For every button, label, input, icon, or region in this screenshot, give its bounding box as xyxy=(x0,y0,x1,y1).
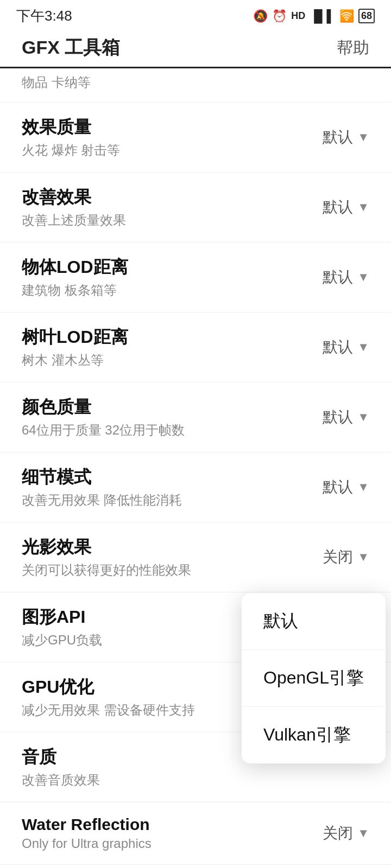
battery-icon: 68 xyxy=(358,9,375,23)
wifi-icon: 🛜 xyxy=(339,9,354,23)
setting-value-foliage-lod: 默认 xyxy=(323,337,353,358)
alarm-icon: ⏰ xyxy=(272,9,287,23)
dropdown-item-opengl[interactable]: OpenGL引擎 xyxy=(242,650,386,707)
mute-icon: 🔕 xyxy=(253,9,268,23)
setting-subtitle-detail-mode: 改善无用效果 降低性能消耗 xyxy=(22,492,304,509)
setting-object-lod[interactable]: 物体LOD距离 建筑物 板条箱等 默认 ▼ xyxy=(0,242,391,312)
setting-subtitle-improve-effect: 改善上述质量效果 xyxy=(22,212,304,229)
setting-value-object-lod: 默认 xyxy=(323,267,353,288)
chevron-icon: ▼ xyxy=(357,410,369,424)
setting-value-improve-effect: 默认 xyxy=(323,197,353,218)
setting-shadow-effect[interactable]: 光影效果 关闭可以获得更好的性能效果 关闭 ▼ xyxy=(0,522,391,592)
chevron-icon: ▼ xyxy=(357,480,369,494)
setting-save-controls[interactable]: 保存控件 保存您游戏中的设置 如灵敏度等 关闭 ▼ xyxy=(0,865,391,868)
setting-value-water-reflection: 关闭 xyxy=(323,823,353,844)
status-icons: 🔕 ⏰ HD ▐▌▌ 🛜 68 xyxy=(253,9,375,23)
setting-value-shadow-effect: 关闭 xyxy=(323,547,353,567)
setting-title-shadow-effect: 光影效果 xyxy=(22,535,304,559)
hd-icon: HD xyxy=(291,10,305,22)
partial-row: 物品 卡纳等 xyxy=(0,68,391,103)
setting-title-object-lod: 物体LOD距离 xyxy=(22,256,304,279)
setting-title-water-reflection: Water Reflection xyxy=(22,815,304,834)
chevron-icon: ▼ xyxy=(357,270,369,284)
setting-graphics-api[interactable]: 图形API 减少GPU负载 默认 OpenGL引擎 Vulkan引擎 xyxy=(0,592,391,662)
setting-effect-quality[interactable]: 效果质量 火花 爆炸 射击等 默认 ▼ xyxy=(0,103,391,173)
setting-title-detail-mode: 细节模式 xyxy=(22,465,304,489)
setting-title-improve-effect: 改善效果 xyxy=(22,186,304,209)
setting-value-color-quality: 默认 xyxy=(323,407,353,427)
setting-detail-mode[interactable]: 细节模式 改善无用效果 降低性能消耗 默认 ▼ xyxy=(0,452,391,522)
setting-value-effect-quality: 默认 xyxy=(323,127,353,148)
help-link[interactable]: 帮助 xyxy=(337,37,369,66)
setting-color-quality[interactable]: 颜色质量 64位用于质量 32位用于帧数 默认 ▼ xyxy=(0,382,391,452)
setting-subtitle-water-reflection: Only for Ultra graphics xyxy=(22,836,304,851)
dropdown-popup-graphics-api[interactable]: 默认 OpenGL引擎 Vulkan引擎 xyxy=(242,593,386,763)
chevron-icon: ▼ xyxy=(357,200,369,214)
status-bar: 下午3:48 🔕 ⏰ HD ▐▌▌ 🛜 68 xyxy=(0,0,391,30)
setting-title-foliage-lod: 树叶LOD距离 xyxy=(22,326,304,349)
partial-text: 物品 卡纳等 xyxy=(22,75,91,90)
app-title: GFX 工具箱 xyxy=(22,35,120,67)
dropdown-item-default[interactable]: 默认 xyxy=(242,593,386,650)
setting-subtitle-shadow-effect: 关闭可以获得更好的性能效果 xyxy=(22,561,304,579)
setting-title-effect-quality: 效果质量 xyxy=(22,116,304,139)
chevron-icon: ▼ xyxy=(357,550,369,564)
setting-improve-effect[interactable]: 改善效果 改善上述质量效果 默认 ▼ xyxy=(0,173,391,242)
status-time: 下午3:48 xyxy=(16,7,72,25)
setting-subtitle-color-quality: 64位用于质量 32位用于帧数 xyxy=(22,422,304,439)
setting-subtitle-foliage-lod: 树木 灌木丛等 xyxy=(22,352,304,369)
setting-title-color-quality: 颜色质量 xyxy=(22,395,304,419)
chevron-icon: ▼ xyxy=(357,340,369,354)
settings-list: 物品 卡纳等 效果质量 火花 爆炸 射击等 默认 ▼ 改善效果 改善上述质量效果… xyxy=(0,68,391,868)
setting-value-detail-mode: 默认 xyxy=(323,477,353,497)
setting-subtitle-effect-quality: 火花 爆炸 射击等 xyxy=(22,142,304,159)
setting-subtitle-object-lod: 建筑物 板条箱等 xyxy=(22,282,304,299)
dropdown-item-vulkan[interactable]: Vulkan引擎 xyxy=(242,707,386,763)
setting-foliage-lod[interactable]: 树叶LOD距离 树木 灌木丛等 默认 ▼ xyxy=(0,312,391,382)
setting-subtitle-audio-quality: 改善音质效果 xyxy=(22,771,304,789)
setting-water-reflection[interactable]: Water Reflection Only for Ultra graphics… xyxy=(0,802,391,865)
header: GFX 工具箱 帮助 xyxy=(0,30,391,68)
chevron-icon: ▼ xyxy=(357,826,369,840)
chevron-icon: ▼ xyxy=(357,130,369,144)
signal-icon: ▐▌▌ xyxy=(310,9,335,23)
